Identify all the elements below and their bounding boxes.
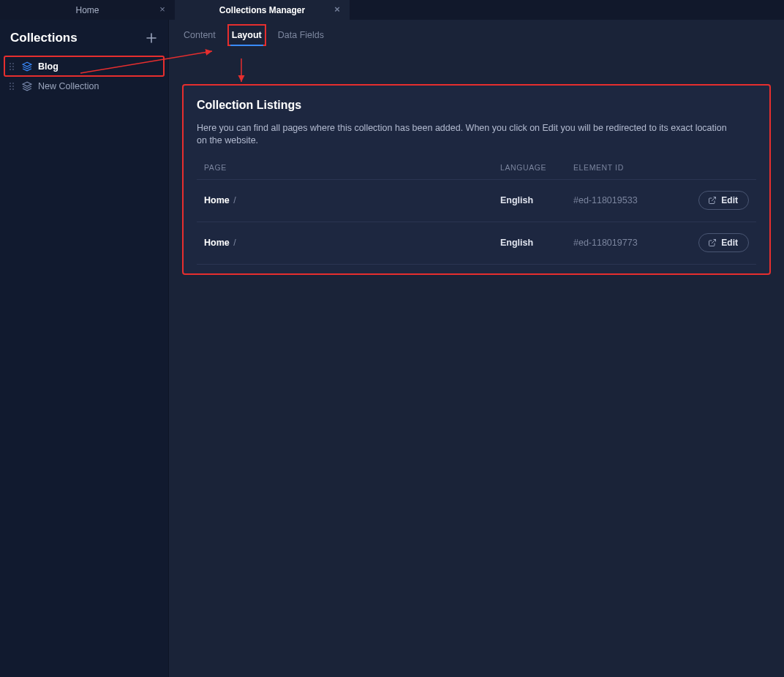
svg-marker-13 bbox=[23, 82, 31, 86]
close-icon[interactable]: × bbox=[332, 4, 342, 15]
drag-handle-icon[interactable] bbox=[9, 62, 16, 71]
element-id-cell: #ed-118019533 bbox=[573, 195, 683, 205]
page-path: / bbox=[233, 238, 235, 248]
sidebar-item-label: New Collection bbox=[38, 81, 99, 91]
sidebar-title: Collections bbox=[10, 31, 78, 45]
element-id-cell: #ed-118019773 bbox=[573, 238, 683, 248]
svg-point-2 bbox=[10, 66, 11, 67]
svg-point-12 bbox=[12, 88, 14, 90]
col-element-id: ELEMENT ID bbox=[573, 163, 683, 172]
subtab-layout[interactable]: Layout bbox=[230, 27, 263, 43]
external-link-icon bbox=[708, 238, 717, 247]
svg-line-15 bbox=[712, 240, 716, 244]
page-name: Home bbox=[204, 238, 230, 248]
sidebar-item-blog[interactable]: Blog bbox=[4, 56, 164, 76]
edit-button[interactable]: Edit bbox=[698, 233, 749, 252]
svg-line-14 bbox=[712, 197, 716, 202]
plus-icon bbox=[146, 33, 157, 43]
layers-icon bbox=[22, 61, 32, 72]
tab-label: Collections Manager bbox=[219, 5, 305, 15]
collections-list: Blog New Collection bbox=[0, 53, 168, 99]
layers-icon bbox=[22, 81, 32, 91]
tab-collections-manager[interactable]: Collections Manager × bbox=[175, 0, 350, 20]
collection-listings-panel: Collection Listings Here you can find al… bbox=[182, 84, 771, 275]
listings-table: PAGE LANGUAGE ELEMENT ID Home / English … bbox=[197, 163, 756, 265]
external-link-icon bbox=[708, 196, 717, 205]
sidebar-header: Collections bbox=[0, 30, 168, 53]
svg-point-4 bbox=[10, 69, 11, 70]
tab-label: Home bbox=[75, 5, 99, 15]
svg-point-5 bbox=[12, 69, 14, 70]
col-language: LANGUAGE bbox=[500, 163, 573, 172]
language-cell: English bbox=[500, 195, 573, 205]
table-row: Home / English #ed-118019533 Edit bbox=[197, 180, 756, 222]
subtab-content[interactable]: Content bbox=[182, 27, 217, 43]
edit-button[interactable]: Edit bbox=[698, 191, 749, 210]
tab-home[interactable]: Home × bbox=[0, 0, 175, 20]
svg-point-8 bbox=[12, 83, 14, 84]
close-icon[interactable]: × bbox=[157, 4, 167, 15]
drag-handle-icon[interactable] bbox=[9, 82, 16, 91]
sidebar-item-label: Blog bbox=[38, 61, 59, 72]
svg-point-9 bbox=[10, 86, 11, 87]
edit-button-label: Edit bbox=[721, 238, 738, 248]
col-page: PAGE bbox=[204, 163, 500, 172]
sidebar: Collections Blog bbox=[0, 20, 169, 677]
subtab-bar: Content Layout Data Fields bbox=[178, 27, 775, 46]
panel-description: Here you can find all pages where this c… bbox=[197, 122, 738, 147]
sidebar-item-new-collection[interactable]: New Collection bbox=[4, 76, 164, 96]
svg-marker-6 bbox=[23, 62, 31, 67]
panel-title: Collection Listings bbox=[197, 99, 756, 112]
svg-point-1 bbox=[12, 63, 14, 64]
table-row: Home / English #ed-118019773 Edit bbox=[197, 222, 756, 265]
subtab-data-fields[interactable]: Data Fields bbox=[276, 27, 325, 43]
table-header: PAGE LANGUAGE ELEMENT ID bbox=[197, 163, 756, 180]
svg-point-3 bbox=[12, 66, 14, 67]
svg-point-0 bbox=[10, 63, 11, 64]
svg-point-10 bbox=[12, 86, 14, 87]
language-cell: English bbox=[500, 238, 573, 248]
add-collection-button[interactable] bbox=[143, 30, 159, 46]
svg-point-11 bbox=[10, 88, 11, 90]
window-tabstrip: Home × Collections Manager × bbox=[0, 0, 784, 20]
main-panel: Content Layout Data Fields Collection Li… bbox=[169, 20, 784, 677]
svg-point-7 bbox=[10, 83, 11, 84]
page-cell: Home / bbox=[204, 238, 500, 248]
page-cell: Home / bbox=[204, 195, 500, 205]
page-name: Home bbox=[204, 195, 230, 205]
edit-button-label: Edit bbox=[721, 195, 738, 205]
page-path: / bbox=[233, 195, 235, 205]
